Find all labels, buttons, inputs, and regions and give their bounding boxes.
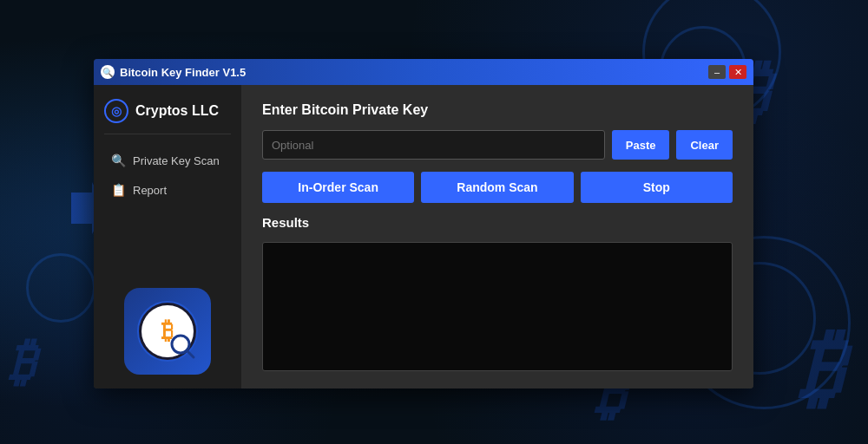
clear-button[interactable]: Clear — [676, 130, 733, 160]
scan-row: In-Order Scan Random Scan Stop — [262, 172, 733, 203]
minimize-button[interactable]: – — [708, 65, 726, 79]
section-title: Enter Bitcoin Private Key — [262, 102, 733, 118]
titlebar-controls: – ✕ — [708, 65, 746, 79]
search-icon: 🔍 — [111, 153, 126, 167]
brand-icon: ◎ — [104, 99, 128, 123]
sidebar-item-private-key-scan[interactable]: 🔍 Private Key Scan — [104, 148, 231, 173]
in-order-scan-button[interactable]: In-Order Scan — [262, 172, 414, 203]
bg-ring-5 — [26, 253, 95, 323]
close-button[interactable]: ✕ — [729, 65, 746, 79]
bitcoin-logo-svg: ₿ — [137, 301, 198, 362]
stop-button[interactable]: Stop — [581, 172, 733, 203]
sidebar-item-report[interactable]: 📋 Report — [104, 178, 231, 202]
sidebar: ◎ Cryptos LLC 🔍 Private Key Scan 📋 Repor… — [94, 85, 241, 388]
results-box — [262, 242, 733, 371]
app-icon: 🔍 — [101, 65, 115, 79]
sidebar-nav: 🔍 Private Key Scan 📋 Report — [104, 148, 231, 202]
window-body: ◎ Cryptos LLC 🔍 Private Key Scan 📋 Repor… — [94, 85, 753, 388]
input-row: Paste Clear — [262, 130, 733, 160]
report-icon: 📋 — [111, 183, 126, 197]
brand-name: Cryptos LLC — [135, 103, 219, 119]
paste-button[interactable]: Paste — [612, 130, 670, 160]
bg-btc-3: ₿ — [9, 332, 35, 392]
titlebar: 🔍 Bitcoin Key Finder V1.5 – ✕ — [94, 59, 753, 85]
sidebar-brand: ◎ Cryptos LLC — [104, 99, 231, 134]
nav-label-report: Report — [133, 184, 167, 197]
random-scan-button[interactable]: Random Scan — [421, 172, 573, 203]
nav-label-private-key-scan: Private Key Scan — [133, 154, 220, 167]
titlebar-title: Bitcoin Key Finder V1.5 — [120, 66, 703, 79]
bg-btc-2: ₿ — [799, 318, 842, 418]
results-title: Results — [262, 215, 733, 230]
private-key-input[interactable] — [262, 130, 605, 160]
main-content: Enter Bitcoin Private Key Paste Clear In… — [241, 85, 753, 388]
app-window: 🔍 Bitcoin Key Finder V1.5 – ✕ ◎ Cryptos … — [94, 59, 753, 388]
sidebar-logo: ₿ — [124, 288, 211, 375]
